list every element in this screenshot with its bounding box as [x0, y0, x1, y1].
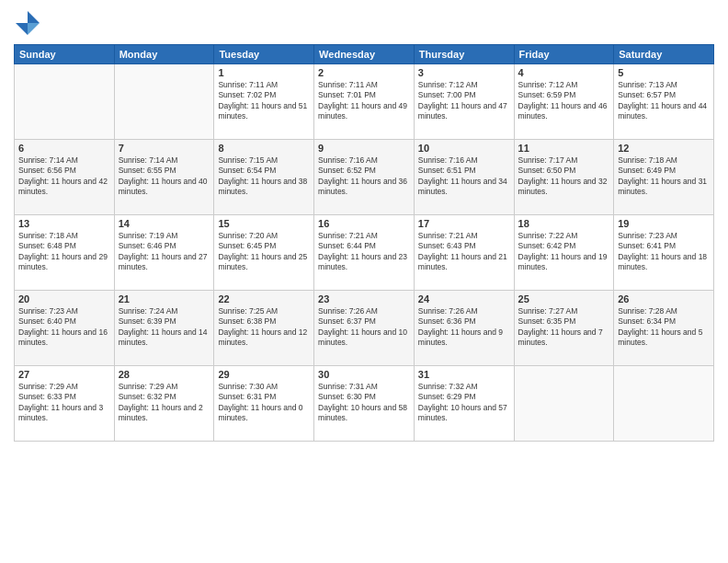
calendar-week-row: 6Sunrise: 7:14 AMSunset: 6:56 PMDaylight…	[15, 140, 714, 215]
day-number: 15	[218, 218, 310, 229]
day-number: 27	[18, 369, 110, 380]
calendar-cell: 2Sunrise: 7:11 AMSunset: 7:01 PMDaylight…	[314, 64, 415, 140]
day-info: Sunrise: 7:20 AMSunset: 6:45 PMDaylight:…	[218, 231, 310, 273]
calendar-week-row: 13Sunrise: 7:18 AMSunset: 6:48 PMDayligh…	[15, 215, 714, 291]
day-number: 18	[518, 218, 610, 229]
day-number: 3	[418, 67, 510, 78]
calendar-cell: 3Sunrise: 7:12 AMSunset: 7:00 PMDaylight…	[414, 64, 514, 140]
calendar-week-row: 20Sunrise: 7:23 AMSunset: 6:40 PMDayligh…	[15, 291, 714, 366]
day-number: 11	[518, 143, 610, 154]
calendar-cell: 23Sunrise: 7:26 AMSunset: 6:37 PMDayligh…	[314, 291, 415, 366]
day-number: 8	[218, 143, 310, 154]
day-info: Sunrise: 7:21 AMSunset: 6:44 PMDaylight:…	[318, 231, 410, 273]
day-number: 20	[18, 293, 110, 304]
day-number: 22	[218, 293, 310, 304]
logo	[14, 9, 45, 37]
day-number: 13	[18, 218, 110, 229]
day-info: Sunrise: 7:15 AMSunset: 6:54 PMDaylight:…	[218, 155, 310, 198]
day-info: Sunrise: 7:18 AMSunset: 6:49 PMDaylight:…	[618, 155, 710, 198]
day-number: 30	[318, 369, 410, 380]
day-number: 14	[119, 218, 210, 229]
day-number: 10	[418, 143, 510, 154]
svg-marker-1	[28, 23, 40, 35]
day-info: Sunrise: 7:24 AMSunset: 6:39 PMDaylight:…	[119, 306, 210, 349]
day-info: Sunrise: 7:16 AMSunset: 6:51 PMDaylight:…	[418, 155, 510, 198]
weekday-header: Tuesday	[214, 45, 314, 64]
calendar-cell: 19Sunrise: 7:23 AMSunset: 6:41 PMDayligh…	[614, 215, 714, 291]
day-info: Sunrise: 7:21 AMSunset: 6:43 PMDaylight:…	[418, 231, 510, 273]
day-number: 7	[119, 143, 210, 154]
day-number: 4	[518, 67, 610, 78]
day-info: Sunrise: 7:30 AMSunset: 6:31 PMDaylight:…	[218, 382, 310, 424]
calendar-cell: 14Sunrise: 7:19 AMSunset: 6:46 PMDayligh…	[114, 215, 214, 291]
day-number: 6	[18, 143, 110, 154]
day-number: 28	[119, 369, 210, 380]
day-info: Sunrise: 7:23 AMSunset: 6:41 PMDaylight:…	[618, 231, 710, 273]
calendar-cell: 6Sunrise: 7:14 AMSunset: 6:56 PMDaylight…	[15, 140, 115, 215]
calendar-table: SundayMondayTuesdayWednesdayThursdayFrid…	[14, 44, 714, 442]
calendar-week-row: 1Sunrise: 7:11 AMSunset: 7:02 PMDaylight…	[15, 64, 714, 140]
calendar-cell: 11Sunrise: 7:17 AMSunset: 6:50 PMDayligh…	[514, 140, 614, 215]
day-number: 12	[618, 143, 710, 154]
calendar-week-row: 27Sunrise: 7:29 AMSunset: 6:33 PMDayligh…	[15, 366, 714, 442]
day-info: Sunrise: 7:14 AMSunset: 6:55 PMDaylight:…	[119, 155, 210, 198]
day-info: Sunrise: 7:12 AMSunset: 6:59 PMDaylight:…	[518, 80, 610, 122]
calendar-cell: 16Sunrise: 7:21 AMSunset: 6:44 PMDayligh…	[314, 215, 415, 291]
svg-marker-0	[28, 11, 40, 23]
day-info: Sunrise: 7:32 AMSunset: 6:29 PMDaylight:…	[418, 382, 510, 424]
calendar-cell	[614, 366, 714, 442]
weekday-header: Saturday	[614, 45, 714, 64]
calendar-cell: 12Sunrise: 7:18 AMSunset: 6:49 PMDayligh…	[614, 140, 714, 215]
day-info: Sunrise: 7:14 AMSunset: 6:56 PMDaylight:…	[18, 155, 110, 198]
calendar-cell	[114, 64, 214, 140]
calendar-cell: 13Sunrise: 7:18 AMSunset: 6:48 PMDayligh…	[15, 215, 115, 291]
calendar-cell: 15Sunrise: 7:20 AMSunset: 6:45 PMDayligh…	[214, 215, 314, 291]
calendar-cell: 26Sunrise: 7:28 AMSunset: 6:34 PMDayligh…	[614, 291, 714, 366]
day-info: Sunrise: 7:25 AMSunset: 6:38 PMDaylight:…	[218, 306, 310, 349]
logo-icon	[14, 9, 41, 37]
day-info: Sunrise: 7:26 AMSunset: 6:37 PMDaylight:…	[318, 306, 410, 349]
day-number: 19	[618, 218, 710, 229]
day-info: Sunrise: 7:11 AMSunset: 7:01 PMDaylight:…	[318, 80, 410, 122]
day-info: Sunrise: 7:26 AMSunset: 6:36 PMDaylight:…	[418, 306, 510, 349]
header	[14, 9, 714, 37]
day-number: 16	[318, 218, 410, 229]
day-number: 1	[218, 67, 310, 78]
calendar-cell: 10Sunrise: 7:16 AMSunset: 6:51 PMDayligh…	[414, 140, 514, 215]
day-info: Sunrise: 7:27 AMSunset: 6:35 PMDaylight:…	[518, 306, 610, 349]
day-number: 25	[518, 293, 610, 304]
day-info: Sunrise: 7:28 AMSunset: 6:34 PMDaylight:…	[618, 306, 710, 349]
day-info: Sunrise: 7:29 AMSunset: 6:33 PMDaylight:…	[18, 382, 110, 424]
calendar-cell: 29Sunrise: 7:30 AMSunset: 6:31 PMDayligh…	[214, 366, 314, 442]
calendar-cell: 30Sunrise: 7:31 AMSunset: 6:30 PMDayligh…	[314, 366, 415, 442]
day-number: 21	[119, 293, 210, 304]
day-info: Sunrise: 7:13 AMSunset: 6:57 PMDaylight:…	[618, 80, 710, 122]
calendar-cell: 22Sunrise: 7:25 AMSunset: 6:38 PMDayligh…	[214, 291, 314, 366]
calendar-cell: 7Sunrise: 7:14 AMSunset: 6:55 PMDaylight…	[114, 140, 214, 215]
day-info: Sunrise: 7:18 AMSunset: 6:48 PMDaylight:…	[18, 231, 110, 273]
day-info: Sunrise: 7:23 AMSunset: 6:40 PMDaylight:…	[18, 306, 110, 349]
weekday-header: Sunday	[15, 45, 115, 64]
calendar-cell: 21Sunrise: 7:24 AMSunset: 6:39 PMDayligh…	[114, 291, 214, 366]
calendar-cell: 4Sunrise: 7:12 AMSunset: 6:59 PMDaylight…	[514, 64, 614, 140]
day-info: Sunrise: 7:16 AMSunset: 6:52 PMDaylight:…	[318, 155, 410, 198]
calendar-cell: 24Sunrise: 7:26 AMSunset: 6:36 PMDayligh…	[414, 291, 514, 366]
day-number: 23	[318, 293, 410, 304]
weekday-header: Friday	[514, 45, 614, 64]
calendar-cell: 1Sunrise: 7:11 AMSunset: 7:02 PMDaylight…	[214, 64, 314, 140]
day-number: 24	[418, 293, 510, 304]
day-number: 5	[618, 67, 710, 78]
calendar-cell: 18Sunrise: 7:22 AMSunset: 6:42 PMDayligh…	[514, 215, 614, 291]
day-info: Sunrise: 7:19 AMSunset: 6:46 PMDaylight:…	[119, 231, 210, 273]
day-number: 2	[318, 67, 410, 78]
svg-marker-2	[16, 23, 28, 35]
calendar-header-row: SundayMondayTuesdayWednesdayThursdayFrid…	[15, 45, 714, 64]
day-info: Sunrise: 7:11 AMSunset: 7:02 PMDaylight:…	[218, 80, 310, 122]
weekday-header: Wednesday	[314, 45, 415, 64]
calendar-cell: 20Sunrise: 7:23 AMSunset: 6:40 PMDayligh…	[15, 291, 115, 366]
calendar-cell: 8Sunrise: 7:15 AMSunset: 6:54 PMDaylight…	[214, 140, 314, 215]
day-info: Sunrise: 7:17 AMSunset: 6:50 PMDaylight:…	[518, 155, 610, 198]
weekday-header: Monday	[114, 45, 214, 64]
day-info: Sunrise: 7:22 AMSunset: 6:42 PMDaylight:…	[518, 231, 610, 273]
day-number: 9	[318, 143, 410, 154]
